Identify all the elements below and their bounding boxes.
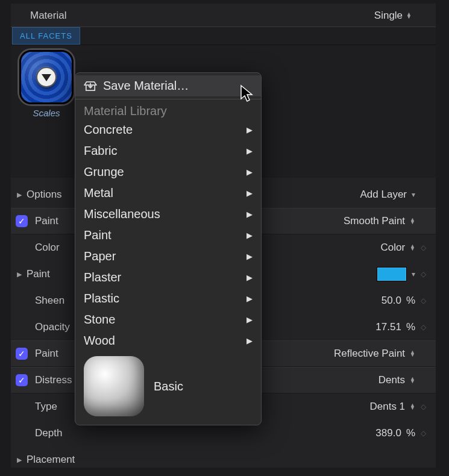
- paint-2-label: Paint: [35, 348, 58, 360]
- opacity-value: 17.51: [375, 321, 401, 333]
- submenu-arrow-icon: ▶: [246, 273, 253, 282]
- keyframe-diamond-icon[interactable]: ◇: [421, 243, 426, 252]
- paint-color-label: Paint: [27, 268, 50, 280]
- menu-item-category[interactable]: Paper▶: [75, 246, 261, 267]
- paint-1-value: Smooth Paint: [344, 215, 405, 227]
- add-layer-label: Add Layer: [360, 189, 407, 201]
- menu-item-label: Stone: [84, 313, 115, 327]
- updown-icon: ▲▼: [410, 351, 415, 357]
- color-label: Color: [35, 242, 60, 254]
- keyframe-diamond-icon[interactable]: ◇: [421, 402, 426, 411]
- depth-label: Depth: [35, 427, 62, 439]
- paint-2-value-popup[interactable]: Reflective Paint ▲▼: [334, 348, 430, 360]
- updown-icon: ▲▼: [410, 245, 415, 251]
- chevron-down-icon: ▾: [412, 190, 415, 199]
- menu-item-category[interactable]: Miscellaneous▶: [75, 204, 261, 225]
- add-layer-popup[interactable]: Add Layer ▾: [360, 189, 430, 201]
- menu-item-category[interactable]: Grunge▶: [75, 161, 261, 183]
- menu-item-category[interactable]: Concrete▶: [75, 119, 261, 140]
- paint-2-value: Reflective Paint: [334, 348, 405, 360]
- menu-item-basic[interactable]: Basic: [75, 351, 261, 416]
- material-context-menu: Save Material… Material Library Concrete…: [75, 72, 262, 425]
- menu-item-category[interactable]: Metal▶: [75, 183, 261, 204]
- menu-item-label: Paint: [84, 228, 111, 242]
- checkbox-distress[interactable]: ✓: [16, 374, 28, 386]
- menu-item-category[interactable]: Plastic▶: [75, 288, 261, 309]
- sheen-label: Sheen: [35, 295, 64, 307]
- material-swatch[interactable]: Scales: [17, 50, 76, 118]
- placement-label: Placement: [27, 454, 75, 466]
- scrollbar[interactable]: [426, 5, 435, 466]
- keyframe-diamond-icon[interactable]: ◇: [421, 270, 426, 278]
- material-swatch-tile[interactable]: [19, 50, 74, 104]
- menu-separator: [75, 99, 261, 99]
- disclosure-icon[interactable]: ▶: [14, 456, 24, 464]
- disclosure-icon[interactable]: ▶: [14, 191, 24, 199]
- menu-item-category[interactable]: Wood▶: [75, 330, 261, 351]
- submenu-arrow-icon: ▶: [246, 210, 253, 219]
- submenu-arrow-icon: ▶: [246, 189, 253, 198]
- facets-tab-bar: ALL FACETS: [11, 27, 436, 45]
- material-swatch-label: Scales: [17, 108, 76, 118]
- submenu-arrow-icon: ▶: [246, 168, 253, 177]
- menu-item-label: Paper: [84, 249, 116, 263]
- menu-item-category[interactable]: Plaster▶: [75, 267, 261, 288]
- updown-icon: ▲▼: [410, 218, 415, 224]
- menu-item-label: Fabric: [84, 144, 118, 158]
- chevron-down-icon: ▾: [412, 270, 415, 278]
- keyframe-diamond-icon[interactable]: ◇: [421, 429, 426, 437]
- disclosure-icon[interactable]: ▶: [14, 271, 24, 278]
- sheen-value: 50.0: [381, 295, 401, 307]
- menu-item-label: Grunge: [84, 165, 124, 179]
- depth-value: 389.0: [375, 427, 401, 439]
- material-mode-value: Single: [374, 10, 403, 22]
- checkbox-paint-1[interactable]: ✓: [16, 215, 28, 227]
- checkbox-paint-2[interactable]: ✓: [16, 348, 28, 360]
- type-label: Type: [35, 401, 57, 413]
- material-label: Material: [30, 10, 66, 22]
- distress-value-popup[interactable]: Dents ▲▼: [378, 374, 430, 386]
- material-mode-popup[interactable]: Single ▲▼: [374, 10, 412, 22]
- basic-label: Basic: [154, 380, 183, 393]
- menu-item-label: Plastic: [84, 292, 119, 305]
- submenu-arrow-icon: ▶: [246, 146, 253, 155]
- options-label: Options: [27, 189, 62, 201]
- menu-item-save-label: Save Material…: [103, 79, 189, 93]
- menu-item-label: Metal: [84, 186, 113, 200]
- updown-icon: ▲▼: [410, 377, 415, 383]
- menu-item-category[interactable]: Fabric▶: [75, 140, 261, 161]
- distress-label: Distress: [35, 374, 72, 386]
- updown-icon: ▲▼: [410, 404, 415, 410]
- tab-all-facets[interactable]: ALL FACETS: [12, 27, 80, 45]
- submenu-arrow-icon: ▶: [246, 315, 253, 324]
- save-icon: [84, 81, 97, 92]
- menu-item-category[interactable]: Stone▶: [75, 309, 261, 330]
- submenu-arrow-icon: ▶: [246, 294, 253, 303]
- paint-1-value-popup[interactable]: Smooth Paint ▲▼: [344, 215, 430, 227]
- menu-item-label: Concrete: [84, 123, 133, 137]
- submenu-arrow-icon: ▶: [246, 231, 253, 240]
- distress-value: Dents: [378, 374, 405, 386]
- submenu-arrow-icon: ▶: [246, 125, 253, 134]
- row-placement: ▶ Placement: [11, 446, 436, 473]
- submenu-arrow-icon: ▶: [246, 336, 253, 345]
- menu-item-save-material[interactable]: Save Material…: [75, 75, 261, 96]
- menu-item-label: Miscellaneous: [84, 207, 160, 221]
- keyframe-diamond-icon[interactable]: ◇: [421, 323, 426, 331]
- updown-icon: ▲▼: [406, 13, 412, 19]
- keyframe-diamond-icon[interactable]: ◇: [421, 296, 426, 305]
- menu-item-category[interactable]: Paint▶: [75, 225, 261, 246]
- opacity-label: Opacity: [35, 321, 70, 333]
- material-header: Material Single ▲▼: [11, 4, 436, 27]
- chevron-down-icon: [42, 74, 51, 81]
- basic-material-thumb: [84, 356, 144, 416]
- percent-unit: %: [406, 321, 415, 333]
- menu-item-label: Plaster: [84, 271, 121, 284]
- percent-unit: %: [406, 427, 415, 439]
- menu-item-label: Wood: [84, 334, 115, 348]
- paint-1-label: Paint: [35, 215, 58, 227]
- percent-unit: %: [406, 295, 415, 307]
- color-mode-value: Color: [380, 242, 405, 254]
- menu-heading: Material Library: [75, 102, 261, 119]
- color-swatch[interactable]: [377, 267, 407, 281]
